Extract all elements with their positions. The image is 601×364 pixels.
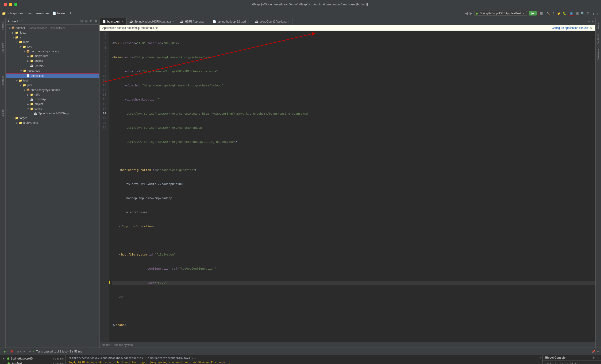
- tree-item-beansxml[interactable]: 📄 beans.xml: [6, 73, 99, 78]
- tree-item-archive[interactable]: 📁 archive-tmp: [6, 121, 99, 125]
- folder-src-icon: 📁: [15, 36, 19, 39]
- minimize-button[interactable]: [9, 3, 12, 6]
- build-icon[interactable]: 🔨: [546, 11, 550, 15]
- settings-icon[interactable]: ⚙: [587, 11, 590, 15]
- line-num-12: 12: [100, 83, 108, 88]
- coverage-icon[interactable]: ☂: [552, 11, 555, 15]
- right-tab-maven[interactable]: Maven: [597, 20, 600, 31]
- tab-springhadoop[interactable]: ☕ SpringHadoopHDFSApp.java ✕: [127, 18, 177, 25]
- expand-more-icon[interactable]: »: [28, 350, 32, 354]
- minimize-panel-icon[interactable]: —: [597, 350, 599, 353]
- tree-item-mapreduce[interactable]: 📁 mapreduce: [6, 54, 99, 59]
- scroll-up-icon[interactable]: ▲: [539, 356, 541, 359]
- tree-item-com-hadoop[interactable]: 📦 com.bennyrhys.hadoop: [6, 49, 99, 54]
- pin-icon[interactable]: 📌: [592, 350, 595, 354]
- line-num-19: 19: [100, 116, 108, 121]
- tree-item-hdfsapp[interactable]: ☕ HDFSApp: [6, 97, 99, 102]
- jrebel-panel: JRebel Console ⚙ ✕ [2021-01-21 21:05:59]: [542, 355, 601, 364]
- left-tab-project[interactable]: Project: [1, 20, 5, 31]
- code-line-1: <?xml version="1.0" encoding="UTF-8"?>: [112, 41, 595, 46]
- nav-src[interactable]: src: [20, 11, 23, 15]
- run-sort-asc-icon[interactable]: ↕: [14, 350, 16, 354]
- console-scrollbar: ▲ ▼ ⇓ ⇑: [538, 355, 542, 364]
- run-sort-desc-icon[interactable]: ⇅: [17, 349, 19, 354]
- code-editor[interactable]: 1 2 3 4 5 6 7 8 9 10 11 12 13 14 15 16 1…: [100, 31, 595, 342]
- more-icon[interactable]: ⋮⋮: [592, 11, 599, 16]
- code-content-area[interactable]: <?xml version="1.0" encoding="UTF-8"?> <…: [110, 31, 595, 342]
- nav-hdfsapi[interactable]: hdfsapi: [7, 11, 17, 15]
- tree-item-target[interactable]: 📁 target: [6, 116, 99, 121]
- jrebel-timestamp: [2021-01-21 21:05:59]: [544, 362, 580, 364]
- tree-item-test-com[interactable]: 📦 com.bennyrhys.hadoop: [6, 88, 99, 92]
- run-settings-icon[interactable]: ⚙: [23, 349, 25, 354]
- tree-item-test[interactable]: 📁 test: [6, 78, 99, 83]
- jrebel-settings-icon[interactable]: ⚙: [592, 356, 595, 359]
- breadcrumb-hdp-filesystem[interactable]: hdp:file-system: [114, 343, 133, 347]
- run-config-dropdown[interactable]: ▶ SpringHadoopHDFSApp.testText ▼: [474, 11, 527, 16]
- close-button[interactable]: [4, 3, 7, 6]
- tree-item-logapp[interactable]: ☕ LogApp: [6, 63, 99, 68]
- profile-icon[interactable]: ⚡: [557, 11, 561, 15]
- forward-icon[interactable]: ▶: [470, 11, 472, 16]
- scroll-center-icon[interactable]: ⊕: [85, 19, 88, 23]
- tab-close-springxsd[interactable]: ✕: [247, 20, 249, 23]
- code-line-15: [112, 238, 595, 243]
- right-tab-ant[interactable]: Ant Build: [597, 32, 600, 46]
- nav-resources[interactable]: resources: [36, 11, 49, 15]
- left-tab-jrebel[interactable]: JRebel: [1, 107, 5, 119]
- search-icon[interactable]: 🔍: [581, 11, 585, 15]
- file-tree: 📦 hdfsapi ~/Documents/Idea_Demo/hdfsapi …: [6, 25, 99, 348]
- tree-item-java[interactable]: 📁 java: [6, 44, 99, 49]
- tab-close-beans[interactable]: ✕: [122, 20, 123, 23]
- lightbulb-icon[interactable]: 💡: [110, 280, 111, 285]
- collapse-all-icon[interactable]: ⊟: [80, 19, 83, 23]
- run-scroll-icon[interactable]: ⇱: [20, 349, 22, 354]
- test-suite-item[interactable]: SpringHadoopHD 3 s 53 ms: [0, 356, 66, 361]
- maximize-button[interactable]: [14, 3, 17, 6]
- tree-item-hdfsapi[interactable]: 📦 hdfsapi ~/Documents/Idea_Demo/hdfsapi: [6, 26, 99, 30]
- nav-main[interactable]: main: [27, 11, 33, 15]
- tab-beansxml[interactable]: 📄 beans.xml ✕: [100, 18, 127, 25]
- tree-item-main[interactable]: 📁 main: [6, 40, 99, 44]
- tab-hdfsapp[interactable]: ☕ HDFSApp.java ✕: [177, 18, 210, 25]
- tree-item-idea[interactable]: 📁 .idea: [6, 30, 99, 35]
- tree-item-springhadoop[interactable]: ☕ SpringHadoopHDFSApp: [6, 111, 99, 116]
- tab-split-icon[interactable]: ⊞: [592, 20, 593, 23]
- configure-context-link[interactable]: Configure application context: [552, 26, 588, 30]
- tree-item-test-java[interactable]: 📁 java: [6, 83, 99, 88]
- breadcrumb-beans[interactable]: beans: [102, 343, 110, 347]
- tree-item-resources[interactable]: 📁 resources: [6, 68, 99, 73]
- tree-item-hdfs[interactable]: 📁 hdfs: [6, 92, 99, 97]
- tree-item-spring[interactable]: 📁 spring: [6, 106, 99, 111]
- tree-item-project[interactable]: 📁 project: [6, 59, 99, 63]
- notification-gear-icon[interactable]: ⚙: [590, 26, 592, 30]
- run-button[interactable]: ▶: [529, 11, 537, 16]
- left-tab-favorites[interactable]: Favorites: [1, 74, 5, 88]
- tab-wordcount[interactable]: ☕ WordCount2App.java ✕: [252, 18, 293, 25]
- tree-item-test-project[interactable]: 📁 project: [6, 102, 99, 106]
- nav-beansxml[interactable]: beans.xml: [57, 11, 71, 15]
- tab-close-springhadoop[interactable]: ✕: [172, 20, 174, 23]
- back-icon[interactable]: ◀: [465, 11, 468, 16]
- right-tab-database[interactable]: Database: [597, 47, 600, 62]
- settings-sidebar-icon[interactable]: ⚙: [90, 19, 93, 23]
- tab-close-hdfsapp[interactable]: ✕: [205, 20, 207, 23]
- tab-settings-icon[interactable]: ⚙: [588, 20, 590, 23]
- stop-icon[interactable]: ⏹: [539, 11, 544, 16]
- debug-icon[interactable]: 🐛: [563, 11, 567, 15]
- jrebel-close-icon[interactable]: ✕: [597, 356, 599, 359]
- tree-item-src[interactable]: 📁 src: [6, 35, 99, 40]
- run-rerun-icon[interactable]: ✓: [7, 349, 9, 354]
- run-play-icon[interactable]: ▶: [4, 349, 6, 354]
- close-sidebar-icon[interactable]: ✕: [95, 19, 97, 23]
- run-stop-icon[interactable]: ⏹: [10, 350, 13, 354]
- tab-springxsd[interactable]: 📄 spring-hadoop-2.3.xsd ✕: [210, 18, 252, 25]
- console-line-2: log4j:WARN No appenders could be found f…: [69, 360, 535, 364]
- database-icon-highlighted[interactable]: ⊞: [569, 11, 574, 16]
- bottom-panel-icons: 📌 —: [592, 350, 599, 354]
- test-method-item[interactable]: testText 3 s 53 ms: [0, 361, 66, 364]
- layout-icon[interactable]: ⊟: [576, 11, 579, 15]
- tab-close-wordcount[interactable]: ✕: [288, 20, 290, 23]
- left-tab-structure[interactable]: Structure: [1, 41, 5, 55]
- line-num-14: 14: [100, 93, 108, 97]
